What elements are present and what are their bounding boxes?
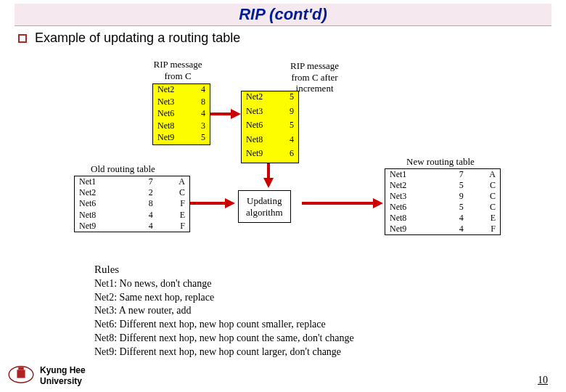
svg-rect-2 bbox=[18, 367, 23, 370]
page-number: 10 bbox=[538, 375, 548, 386]
svg-rect-1 bbox=[17, 369, 25, 377]
slide-title: RIP (cont'd) bbox=[15, 5, 551, 24]
slide-subtitle-row: Example of updating a routing table bbox=[18, 30, 566, 46]
rules-block: Rules Net1: No news, don't change Net2: … bbox=[94, 262, 354, 359]
rule-line: Net9: Different next hop, new hop count … bbox=[94, 346, 354, 359]
box-new-table: Net17A Net25C Net39C Net65C Net84E Net94… bbox=[385, 168, 501, 235]
label-old-table: Old routing table bbox=[91, 163, 155, 175]
rules-title: Rules bbox=[94, 262, 354, 277]
bullet-icon bbox=[18, 34, 27, 43]
box-old-table: Net17A Net22C Net68F Net84E Net94F bbox=[74, 176, 190, 232]
rule-line: Net8: Different next hop, new hop count … bbox=[94, 332, 354, 346]
slide-subtitle: Example of updating a routing table bbox=[35, 30, 240, 45]
rule-line: Net6: Different next hop, new hop count … bbox=[94, 318, 354, 332]
title-bar: RIP (cont'd) bbox=[15, 4, 551, 26]
rule-line: Net2: Same next hop, replace bbox=[94, 291, 354, 305]
label-new-table: New routing table bbox=[406, 156, 475, 168]
label-rip-from-c: RIP message from C bbox=[153, 59, 202, 81]
box-updating-algorithm: Updating algorithm bbox=[238, 190, 291, 223]
rule-line: Net1: No news, don't change bbox=[94, 277, 354, 291]
label-rip-after-inc: RIP message from C after increment bbox=[290, 60, 339, 94]
rule-line: Net3: A new router, add bbox=[94, 304, 354, 318]
box-rip-after-inc: Net25 Net39 Net65 Net84 Net96 bbox=[241, 91, 299, 163]
university-logo-icon bbox=[7, 364, 35, 385]
box-rip-from-c: Net24 Net38 Net64 Net83 Net95 bbox=[152, 83, 210, 145]
footer-institution: Kyung Hee University bbox=[40, 365, 86, 386]
